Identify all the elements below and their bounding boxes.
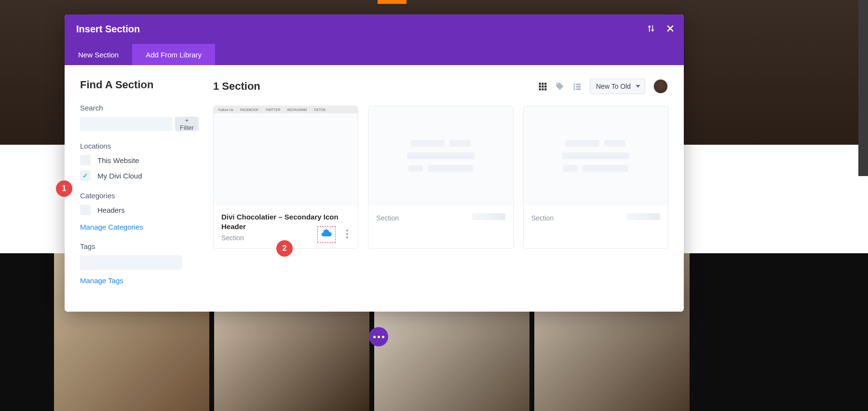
search-row: + Filter (80, 117, 182, 131)
cards-grid: Follow Us FACEBOOK TWITTER INSTAGRAM TIK… (213, 106, 668, 249)
checkbox-headers[interactable] (80, 205, 91, 215)
avatar[interactable] (653, 79, 668, 94)
tab-add-from-library[interactable]: Add From Library (132, 44, 215, 65)
location-label: My Divi Cloud (97, 172, 142, 180)
svg-point-1 (346, 233, 348, 235)
content: 1 Section New To Old (198, 65, 684, 312)
sidebar-title: Find A Section (80, 79, 182, 91)
ph-row (411, 140, 471, 147)
locations-label: Locations (80, 142, 182, 150)
card-more-icon[interactable] (343, 229, 351, 241)
preview-text: Follow Us (218, 108, 233, 111)
checkbox-this-website[interactable] (80, 155, 91, 165)
preview-social-bar: Follow Us FACEBOOK TWITTER INSTAGRAM TIK… (214, 106, 358, 113)
top-orange-accent (378, 0, 407, 4)
tab-new-section[interactable]: New Section (65, 44, 132, 65)
modal-title: Insert Section (76, 24, 140, 35)
checkbox-my-divi-cloud[interactable] (80, 170, 91, 181)
svg-point-0 (346, 230, 348, 232)
preview-text: TIKTOK (313, 108, 326, 111)
content-header: 1 Section New To Old (213, 79, 668, 94)
ph-block (563, 165, 578, 172)
manage-tags-link[interactable]: Manage Tags (80, 276, 123, 285)
grid-view-icon[interactable] (538, 82, 547, 91)
manage-categories-link[interactable]: Manage Categories (80, 223, 143, 231)
ph-block (604, 140, 625, 147)
sort-arrows-icon[interactable] (646, 24, 656, 35)
tags-label: Tags (80, 242, 182, 250)
categories-label: Categories (80, 192, 182, 200)
preview-text: TWITTER (265, 108, 280, 111)
location-this-website[interactable]: This Website (80, 155, 182, 165)
location-my-divi-cloud[interactable]: My Divi Cloud (80, 170, 182, 181)
svg-point-2 (346, 236, 348, 238)
fab-dot (373, 336, 376, 338)
list-view-icon[interactable] (572, 82, 582, 91)
ph-row (566, 140, 625, 147)
annotation-1: 1 (56, 180, 72, 197)
preview-text: FACEBOOK (240, 108, 259, 111)
search-label: Search (80, 104, 182, 112)
ph-title-shimmer (472, 213, 505, 220)
ph-title-shimmer (626, 213, 660, 220)
content-title: 1 Section (213, 80, 260, 93)
ph-block (449, 140, 471, 147)
ph-block (408, 165, 423, 172)
close-icon[interactable] (665, 24, 675, 35)
sort-select[interactable]: New To Old (590, 79, 645, 94)
modal-tabs: New Section Add From Library (65, 44, 684, 65)
ph-row (407, 152, 475, 159)
cloud-highlight-box (317, 226, 336, 243)
ph-row (562, 152, 629, 159)
fab-dot (382, 336, 384, 338)
modal-body: Find A Section Search + Filter Locations… (65, 65, 684, 312)
ph-block (566, 140, 599, 147)
placeholder-preview (524, 106, 668, 206)
ph-block (583, 165, 628, 172)
location-label: This Website (97, 156, 139, 164)
fab-dot (378, 336, 380, 338)
category-label: Headers (97, 206, 125, 214)
section-card[interactable]: Follow Us FACEBOOK TWITTER INSTAGRAM TIK… (213, 106, 358, 249)
fab-more-button[interactable] (369, 327, 388, 346)
insert-section-modal: Insert Section New Section Add From Libr… (65, 14, 684, 312)
modal-header: Insert Section (65, 14, 684, 44)
placeholder-card: Section (523, 106, 668, 249)
content-tools: New To Old (538, 79, 668, 94)
placeholder-body: Section (524, 206, 668, 231)
placeholder-preview (368, 106, 513, 206)
right-edge-border (858, 0, 868, 176)
ph-block (411, 140, 445, 147)
ph-row (563, 165, 628, 172)
cloud-icon[interactable] (321, 228, 332, 241)
sort-select-wrap: New To Old (590, 79, 645, 94)
ph-row (408, 165, 473, 172)
placeholder-card: Section (368, 106, 513, 249)
category-headers[interactable]: Headers (80, 205, 182, 215)
ph-block (428, 165, 473, 172)
tags-input[interactable] (80, 255, 182, 270)
ph-block (562, 152, 629, 159)
search-input[interactable] (80, 117, 172, 131)
annotation-2: 2 (276, 240, 293, 257)
filter-button[interactable]: + Filter (175, 117, 199, 131)
card-preview: Follow Us FACEBOOK TWITTER INSTAGRAM TIK… (214, 106, 358, 206)
tag-view-icon[interactable] (555, 82, 565, 91)
sidebar: Find A Section Search + Filter Locations… (65, 65, 198, 312)
ph-block (407, 152, 475, 159)
preview-text: INSTAGRAM (287, 108, 307, 111)
modal-header-actions (646, 24, 675, 35)
placeholder-body: Section (368, 206, 513, 231)
